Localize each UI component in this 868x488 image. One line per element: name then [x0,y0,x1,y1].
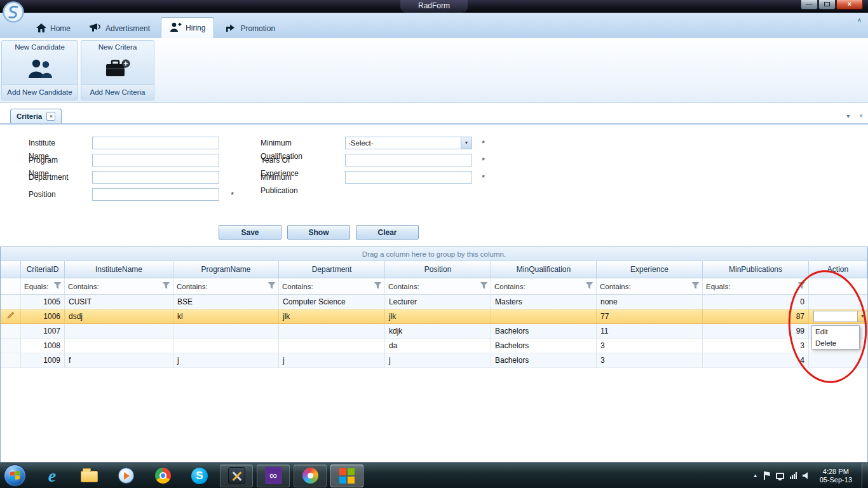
cell-department[interactable]: jlk [279,309,385,324]
clear-button[interactable]: Clear [356,225,419,240]
filter-cell-experience[interactable]: Contains: [597,278,703,294]
filter-funnel-icon[interactable] [480,282,487,290]
cell-experience[interactable]: 3 [597,339,703,353]
tab-advertisment[interactable]: Advertisment [81,19,158,38]
years-of-experience-input[interactable] [345,154,472,166]
close-button[interactable]: × [836,0,863,10]
cell-action[interactable] [809,295,867,309]
chevron-down-icon[interactable]: ▾ [461,137,471,149]
filter-funnel-icon[interactable] [268,282,275,290]
menu-item-delete[interactable]: Delete [812,337,859,349]
column-header-institutename[interactable]: InstituteName [65,261,173,278]
cell-criteriaid[interactable]: 1005 [21,295,65,309]
cell-programname[interactable] [173,339,279,353]
volume-icon[interactable] [803,472,810,479]
cell-department[interactable] [279,324,385,339]
tab-strip-close-icon[interactable]: × [859,112,863,119]
cell-position[interactable]: Lecturer [385,295,491,309]
taskbar-icon-visual-studio[interactable]: ∞ [257,464,290,487]
cell-minpublications[interactable]: 3 [703,339,809,353]
column-header-experience[interactable]: Experience [597,261,703,278]
program-name-input[interactable] [92,154,219,166]
ribbon-collapse-icon[interactable]: ∧ [857,17,862,24]
column-header-minqualification[interactable]: MinQualification [491,261,597,278]
cell-experience[interactable]: none [597,295,703,309]
cell-criteriaid[interactable]: 1008 [21,339,65,353]
tab-list-dropdown-icon[interactable]: ▾ [846,112,850,119]
filter-cell-criteriaid[interactable]: Equals: [21,278,65,294]
chevron-down-icon[interactable]: ▾ [857,311,867,322]
filter-cell-minqualification[interactable]: Contains: [491,278,597,294]
filter-cell-minpublications[interactable]: Equals: [703,278,809,294]
menu-item-edit[interactable]: Edit [812,326,859,337]
minimum-publication-input[interactable] [345,171,472,184]
cell-minpublications[interactable]: 4 [703,353,809,368]
cell-criteriaid[interactable]: 1007 [21,324,65,339]
taskbar-icon-media-player[interactable] [109,464,142,487]
action-combobox-value[interactable] [814,311,857,322]
taskbar-icon-chrome[interactable] [146,464,179,487]
cell-institutename[interactable]: dsdj [65,309,173,324]
filter-cell-department[interactable]: Contains: [279,278,385,294]
taskbar-clock[interactable]: 4:28 PM 05-Sep-13 [816,468,856,484]
cell-department[interactable]: j [279,353,385,368]
add-new-criteria-button[interactable]: Add New Criteria [81,85,154,100]
cell-minqualification[interactable]: Masters [491,295,597,309]
cell-department[interactable] [279,339,385,353]
grid-group-panel[interactable]: Drag a column here to group by this colu… [1,247,867,261]
cell-minqualification[interactable]: Bachelors [491,353,597,368]
minimum-qualification-select[interactable]: -Select- ▾ [345,137,472,149]
column-header-minpublications[interactable]: MinPublications [703,261,809,278]
app-logo-icon[interactable] [2,1,25,24]
show-button[interactable]: Show [287,225,350,240]
cell-minpublications[interactable]: 99 [703,324,809,339]
cell-minqualification[interactable] [491,309,597,324]
save-button[interactable]: Save [219,225,281,240]
position-input[interactable] [92,188,219,201]
filter-funnel-icon[interactable] [163,282,170,290]
cell-experience[interactable]: 3 [597,353,703,368]
cell-institutename[interactable] [65,339,173,353]
minimize-button[interactable]: — [801,0,818,10]
cell-institutename[interactable]: CUSIT [65,295,173,309]
cell-experience[interactable]: 77 [597,309,703,324]
cell-programname[interactable]: BSE [173,295,279,309]
cell-position[interactable]: jlk [385,309,491,324]
taskbar-icon-radform-app[interactable] [330,464,363,487]
column-header-position[interactable]: Position [385,261,491,278]
cell-minqualification[interactable]: Bachelors [491,324,597,339]
tab-home[interactable]: Home [28,19,79,38]
institute-name-input[interactable] [92,137,219,149]
add-new-candidate-button[interactable]: Add New Candidate [2,85,78,100]
column-header-criteriaid[interactable]: CriteriaID [21,261,65,278]
filter-funnel-icon[interactable] [798,282,805,290]
show-hidden-icons-button[interactable]: ▲ [753,473,758,478]
cell-programname[interactable]: kl [173,309,279,324]
filter-funnel-icon[interactable] [692,282,699,290]
cell-position[interactable]: da [385,339,491,353]
department-input[interactable] [92,171,219,184]
cell-programname[interactable]: j [173,353,279,368]
tab-hiring[interactable]: Hiring [161,17,214,38]
tab-promotion[interactable]: Promotion [217,19,283,38]
filter-cell-position[interactable]: Contains: [385,278,491,294]
cell-criteriaid[interactable]: 1006 [21,309,65,324]
filter-funnel-icon[interactable] [374,282,381,290]
cell-programname[interactable] [173,324,279,339]
show-desktop-button[interactable] [862,463,868,488]
cell-department[interactable]: Computer Science [279,295,385,309]
filter-funnel-icon[interactable] [54,282,61,290]
taskbar-icon-file-explorer[interactable] [72,464,105,487]
cell-position[interactable]: j [385,353,491,368]
action-combobox[interactable]: ▾ [813,311,867,322]
filter-funnel-icon[interactable] [586,282,593,290]
maximize-button[interactable] [818,0,836,10]
briefcase-plus-icon[interactable] [81,53,154,83]
taskbar-icon-internet-explorer[interactable]: e [36,464,69,487]
filter-cell-programname[interactable]: Contains: [173,278,279,294]
cell-experience[interactable]: 11 [597,324,703,339]
people-icon[interactable] [2,53,78,83]
taskbar-icon-skype[interactable]: S [183,464,216,487]
cell-minpublications[interactable]: 87 [703,309,809,324]
start-button[interactable] [4,464,26,487]
